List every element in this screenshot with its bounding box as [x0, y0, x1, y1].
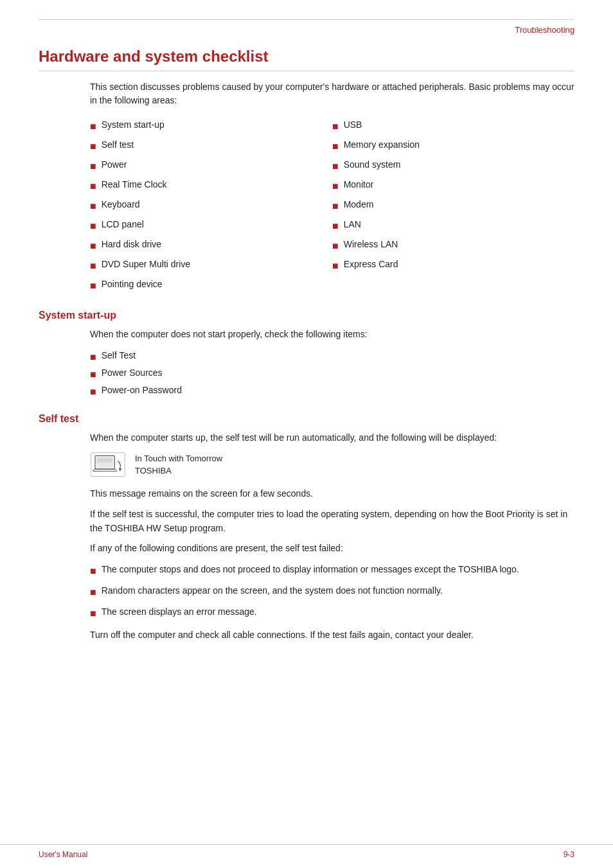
checklist-item-label: LAN	[344, 218, 361, 231]
bullet-icon: ■	[332, 139, 339, 154]
checklist-item: ■Express Card	[332, 257, 574, 274]
list-item: ■Self Test	[90, 348, 574, 366]
bullet-icon: ■	[332, 199, 339, 214]
checklist-item-label: USB	[344, 118, 362, 132]
self-test-items-list: ■The computer stops and does not proceed…	[90, 562, 574, 622]
section-header-label: Troubleshooting	[39, 25, 574, 35]
checklist-col-2: ■USB■Memory expansion■Sound system■Monit…	[332, 118, 574, 294]
checklist-item: ■Pointing device	[90, 277, 332, 294]
self-test-para3: If any of the following conditions are p…	[90, 542, 574, 556]
list-item: ■The screen displays an error message.	[90, 605, 574, 622]
list-item: ■Power Sources	[90, 366, 574, 383]
footer: User's Manual 9-3	[39, 850, 574, 859]
checklist-item: ■USB	[332, 118, 574, 135]
checklist-item: ■Power	[90, 157, 332, 175]
checklist-item-label: System start-up	[102, 118, 164, 132]
footer-left: User's Manual	[39, 850, 87, 859]
checklist-item-label: Pointing device	[102, 278, 163, 291]
bullet-icon: ■	[90, 159, 96, 174]
intro-text: This section discusses problems caused b…	[90, 80, 574, 107]
top-rule	[39, 19, 574, 20]
checklist-col-1: ■System start-up■Self test■Power■Real Ti…	[90, 118, 332, 294]
checklist-item: ■Self test	[90, 137, 332, 155]
checklist-item-label: Power	[102, 158, 127, 172]
bullet-icon: ■	[332, 218, 339, 234]
checklist-item: ■Memory expansion	[332, 137, 574, 155]
list-item-label: The computer stops and does not proceed …	[102, 563, 519, 576]
checklist-item: ■Real Time Clock	[90, 177, 332, 195]
list-item-label: Power-on Password	[102, 384, 182, 397]
bullet-icon: ■	[90, 238, 96, 254]
checklist-item: ■Sound system	[332, 157, 574, 175]
bullet-icon: ■	[90, 585, 96, 600]
checklist-item: ■Monitor	[332, 177, 574, 195]
toshiba-text: In Touch with Tomorrow TOSHIBA	[135, 452, 222, 477]
checklist-item-label: Modem	[344, 198, 374, 211]
page-title: Hardware and system checklist	[39, 48, 574, 71]
checklist-item: ■DVD Super Multi drive	[90, 257, 332, 274]
list-item: ■Power-on Password	[90, 383, 574, 400]
toshiba-logo-icon	[90, 451, 126, 478]
bullet-icon: ■	[332, 179, 339, 194]
checklist-grid: ■System start-up■Self test■Power■Real Ti…	[90, 118, 574, 294]
bullet-icon: ■	[332, 159, 339, 174]
footer-rule	[0, 844, 613, 845]
toshiba-line1: In Touch with Tomorrow	[135, 454, 222, 463]
bullet-icon: ■	[90, 179, 96, 194]
checklist-item-label: Real Time Clock	[102, 178, 167, 191]
checklist-item-label: Monitor	[344, 178, 374, 191]
list-item-label: Random characters appear on the screen, …	[102, 584, 443, 598]
list-item-label: Power Sources	[102, 366, 163, 380]
bullet-icon: ■	[90, 199, 96, 214]
checklist-item: ■Hard disk drive	[90, 237, 332, 254]
list-item: ■The computer stops and does not proceed…	[90, 562, 574, 580]
checklist-item: ■Keyboard	[90, 197, 332, 215]
svg-marker-6	[119, 468, 122, 472]
checklist-item-label: Wireless LAN	[344, 238, 398, 251]
self-test-para2: If the self test is successful, the comp…	[90, 508, 574, 535]
bullet-icon: ■	[90, 218, 96, 234]
checklist-item-label: Keyboard	[102, 198, 140, 211]
checklist-item-label: Hard disk drive	[102, 238, 161, 251]
checklist-item-label: DVD Super Multi drive	[102, 258, 191, 271]
bullet-icon: ■	[90, 139, 96, 154]
checklist-item: ■System start-up	[90, 118, 332, 135]
checklist-item: ■LAN	[332, 217, 574, 235]
checklist-item: ■Wireless LAN	[332, 237, 574, 254]
system-startup-intro: When the computer does not start properl…	[90, 328, 574, 342]
checklist-item: ■LCD panel	[90, 217, 332, 235]
page-container: Troubleshooting Hardware and system chec…	[0, 0, 613, 675]
checklist-item-label: LCD panel	[102, 218, 144, 231]
list-item: ■Random characters appear on the screen,…	[90, 583, 574, 601]
bullet-icon: ■	[90, 278, 96, 294]
toshiba-logo-box: In Touch with Tomorrow TOSHIBA	[90, 451, 574, 478]
bullet-icon: ■	[90, 258, 96, 274]
bullet-icon: ■	[90, 606, 96, 621]
bullet-icon: ■	[90, 350, 96, 365]
toshiba-line2: TOSHIBA	[135, 466, 172, 475]
bullet-icon: ■	[90, 563, 96, 579]
list-item-label: Self Test	[102, 349, 136, 362]
bullet-icon: ■	[332, 258, 339, 274]
bullet-icon: ■	[90, 119, 96, 134]
list-item-label: The screen displays an error message.	[102, 605, 257, 619]
bullet-icon: ■	[90, 384, 96, 400]
checklist-item-label: Express Card	[344, 258, 398, 271]
system-startup-list: ■Self Test■Power Sources■Power-on Passwo…	[90, 348, 574, 400]
self-test-intro: When the computer starts up, the self te…	[90, 431, 574, 445]
bullet-icon: ■	[332, 238, 339, 254]
bullet-icon: ■	[332, 119, 339, 134]
footer-right: 9-3	[564, 850, 574, 859]
section-title-self-test: Self test	[39, 413, 574, 425]
checklist-item-label: Memory expansion	[344, 138, 420, 152]
checklist-item: ■Modem	[332, 197, 574, 215]
checklist-item-label: Self test	[102, 138, 134, 152]
self-test-para1: This message remains on the screen for a…	[90, 487, 574, 501]
svg-rect-2	[96, 457, 114, 468]
checklist-item-label: Sound system	[344, 158, 401, 172]
section-title-system-startup: System start-up	[39, 310, 574, 321]
self-test-closing: Turn off the computer and check all cabl…	[90, 628, 574, 642]
bullet-icon: ■	[90, 367, 96, 382]
